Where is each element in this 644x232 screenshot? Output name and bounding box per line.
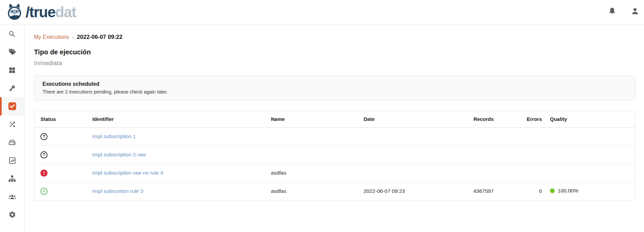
sidebar-item-settings[interactable] <box>0 206 24 224</box>
records-cell: 4367597 <box>420 182 498 200</box>
identifier-cell: Impl subscription 2 raw <box>88 146 267 164</box>
records-cell <box>420 164 498 182</box>
sidebar-item-tags[interactable] <box>0 43 24 61</box>
sidebar-item-dashboards[interactable] <box>0 152 24 170</box>
table-row: ! Impl subscription raw no rule 4 asdfas <box>34 164 635 182</box>
alert-message: There are 2 executions pending, please c… <box>42 89 627 95</box>
executions-scheduled-alert: Executions scheduled There are 2 executi… <box>34 76 635 100</box>
sidebar-item-users[interactable] <box>0 188 24 206</box>
identifier-link[interactable]: Impl subscrition rule 3 <box>92 188 143 194</box>
identifier-cell: Impl subscription raw no rule 4 <box>88 164 267 182</box>
records-cell <box>420 127 498 146</box>
name-cell: asdfas <box>267 164 360 182</box>
column-header-records: Records <box>420 111 498 127</box>
identifier-link[interactable]: Impl subscription 1 <box>92 133 136 139</box>
table-row: ? Impl subscription 1 <box>34 127 635 146</box>
table-row: ✓ Impl subscrition rule 3 asdfas 2022-06… <box>34 182 635 200</box>
errors-cell: 0 <box>498 182 546 200</box>
column-header-identifier: Identifier <box>88 111 267 127</box>
sidebar-item-search[interactable] <box>0 25 24 43</box>
date-cell <box>360 127 420 146</box>
truedat-wordmark: /truedat <box>26 5 76 20</box>
records-cell <box>420 146 498 164</box>
status-pending-icon: ? <box>40 151 48 158</box>
chart-line-icon <box>8 157 16 164</box>
breadcrumb-separator-icon: › <box>72 34 74 40</box>
tags-icon <box>8 48 16 56</box>
table-header-row: Status Identifier Name Date Records Erro… <box>34 111 635 127</box>
date-cell: 2022-06-07 09:23 <box>360 182 420 200</box>
sidebar-item-lineage[interactable] <box>0 170 24 188</box>
status-cell: ✓ <box>34 182 88 200</box>
truedat-logo[interactable]: /truedat <box>5 3 76 21</box>
date-cell <box>360 164 420 182</box>
status-cell: ? <box>34 146 88 164</box>
status-pending-icon: ? <box>40 133 48 140</box>
gear-icon <box>8 211 16 218</box>
page-subtitle: Inmediata <box>34 59 644 67</box>
column-header-name: Name <box>267 111 360 127</box>
users-icon <box>8 192 17 201</box>
date-cell <box>360 146 420 164</box>
name-cell: asdfas <box>267 182 360 200</box>
quality-cell <box>546 127 635 146</box>
notifications-bell-icon[interactable] <box>608 7 617 16</box>
column-header-errors: Errors <box>498 111 546 127</box>
grid-icon <box>8 67 16 74</box>
errors-cell <box>498 164 546 182</box>
breadcrumb-link-my-executions[interactable]: My Executions <box>34 34 69 40</box>
quality-cell: 100.00% <box>546 182 635 200</box>
page-title: Tipo de ejecución <box>34 48 644 56</box>
sidebar-item-key[interactable] <box>0 79 24 98</box>
identifier-link[interactable]: Impl subscription raw no rule 4 <box>92 170 163 176</box>
executions-table-body: ? Impl subscription 1 ? Impl subscriptio… <box>34 127 635 200</box>
key-icon <box>8 84 16 92</box>
sidebar-item-shuffle[interactable] <box>0 115 24 134</box>
storage-drive-icon <box>8 138 16 147</box>
status-error-icon: ! <box>40 170 48 177</box>
sitemap-icon <box>8 175 16 183</box>
top-header: /truedat <box>0 0 644 25</box>
sidebar-item-sources[interactable] <box>0 133 24 152</box>
column-header-status: Status <box>34 111 88 127</box>
quality-dot-icon <box>550 188 555 193</box>
identifier-link[interactable]: Impl subscription 2 raw <box>92 152 146 157</box>
quality-cell <box>546 164 635 182</box>
quality-value: 100.00% <box>558 188 578 194</box>
quality-cell <box>546 146 635 164</box>
errors-cell <box>498 146 546 164</box>
status-success-icon: ✓ <box>40 188 48 195</box>
errors-cell <box>498 127 546 146</box>
breadcrumb-current: 2022-06-07 09:22 <box>77 34 122 41</box>
name-cell <box>267 127 360 146</box>
table-row: ? Impl subscription 2 raw <box>34 146 635 164</box>
truedat-owl-icon <box>5 3 24 21</box>
sidebar-item-grid[interactable] <box>0 61 24 79</box>
check-square-icon <box>8 102 17 110</box>
executions-table: Status Identifier Name Date Records Erro… <box>34 111 635 201</box>
breadcrumb: My Executions › 2022-06-07 09:22 <box>34 34 644 41</box>
identifier-cell: Impl subscription 1 <box>88 127 267 146</box>
search-icon <box>8 30 16 38</box>
sidebar-item-quality-executions[interactable] <box>0 97 24 115</box>
user-profile-icon[interactable] <box>631 7 640 16</box>
main-content: My Executions › 2022-06-07 09:22 Tipo de… <box>25 25 644 232</box>
shuffle-icon <box>8 121 16 128</box>
alert-title: Executions scheduled <box>42 81 627 87</box>
column-header-quality: Quality <box>546 111 635 127</box>
status-cell: ? <box>34 127 88 146</box>
column-header-date: Date <box>360 111 420 127</box>
sidebar-nav <box>0 25 25 232</box>
status-cell: ! <box>34 164 88 182</box>
identifier-cell: Impl subscrition rule 3 <box>88 182 267 200</box>
quality-indicator: 100.00% <box>550 188 578 194</box>
name-cell <box>267 146 360 164</box>
